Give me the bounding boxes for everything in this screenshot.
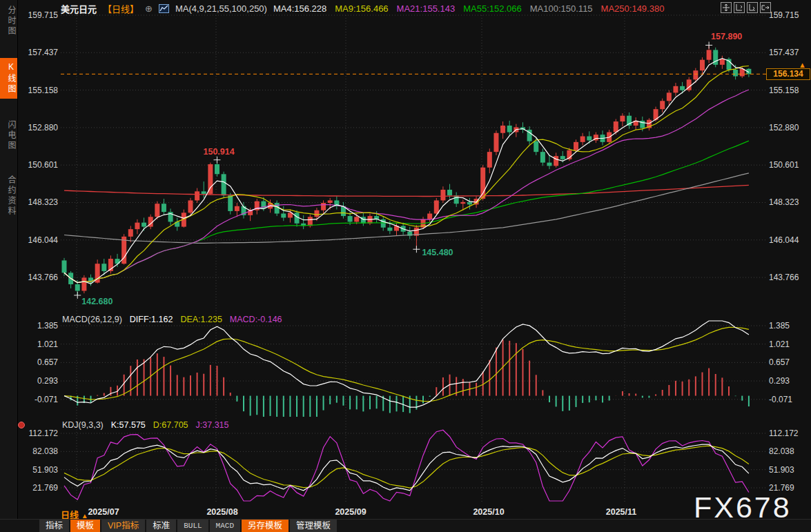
candle-body xyxy=(195,191,199,200)
candle-body xyxy=(281,214,286,218)
candle-body xyxy=(215,164,219,174)
sidebar-item-4[interactable]: 合约资料 xyxy=(0,171,17,221)
fit-horizontal-icon[interactable] xyxy=(747,2,758,13)
candle-body xyxy=(141,223,146,227)
price-axis-label-right: 157.437 xyxy=(769,48,799,57)
candle-body xyxy=(162,204,166,212)
tab-8[interactable]: 管理模板 xyxy=(290,520,337,532)
kdj-d-line xyxy=(64,446,749,488)
ma55-line xyxy=(64,141,749,283)
candle-body xyxy=(480,168,485,199)
trading-app-window: 159.715159.715157.437157.437155.158155.1… xyxy=(0,0,811,532)
ma-settings-label: MA(4,9,21,55,100,250) xyxy=(175,3,267,14)
candle-body xyxy=(295,213,300,223)
candle-body xyxy=(62,260,67,273)
price-axis-label-right: 150.601 xyxy=(769,160,799,170)
tab-3[interactable]: VIP指标 xyxy=(101,520,145,532)
tab-4[interactable]: 标准 xyxy=(146,520,176,532)
date-axis-label: 2025/10 xyxy=(473,507,504,517)
tab-6[interactable]: MACD xyxy=(210,520,240,532)
macd-axis-label-right: 1.385 xyxy=(769,321,790,331)
macd-value-label: DIFF:1.162 xyxy=(130,315,173,324)
period-tag-label: 【日线】 xyxy=(103,2,139,15)
candle-body xyxy=(308,217,313,226)
kdj-value-label: D:67.705 xyxy=(153,420,188,430)
tab-7[interactable]: 另存模板 xyxy=(242,520,289,532)
candle-body xyxy=(81,277,86,290)
macd-axis-label-right: 0.293 xyxy=(769,376,790,386)
candle-body xyxy=(587,137,592,141)
chart-header: 美元日元 【日线】 ⊕ MA(4,9,21,55,100,250) MA4:15… xyxy=(61,2,664,15)
ma-value-label: MA21:155.143 xyxy=(397,3,456,14)
kdj-axis-label-right: 51.903 xyxy=(769,465,794,475)
price-annotation: 142.680 xyxy=(81,297,113,306)
price-axis-label-left: 152.880 xyxy=(19,123,58,132)
candle-body xyxy=(693,70,698,79)
candle-body xyxy=(500,126,505,133)
price-axis-label-right: 146.044 xyxy=(769,235,799,245)
macd-axis-label-left: 1.385 xyxy=(19,321,58,331)
kdj-axis-label-left: 112.172 xyxy=(19,428,58,438)
fit-vertical-icon[interactable] xyxy=(734,2,745,13)
add-indicator-icon[interactable]: ⊕ xyxy=(145,3,153,14)
candle-body xyxy=(354,217,359,221)
candle-body xyxy=(700,60,705,70)
chart-style-icon[interactable] xyxy=(159,4,169,13)
sidebar-item-1[interactable]: 分时图 xyxy=(0,1,17,41)
ma-values: MA4:156.228MA9:156.466MA21:155.143MA55:1… xyxy=(273,3,664,14)
ma100-line xyxy=(64,173,749,244)
ma-value-label: MA55:152.066 xyxy=(463,3,522,14)
macd-axis-label-left: -0.071 xyxy=(19,395,58,404)
kdj-value-label: KDJ(9,3,3) xyxy=(62,420,104,430)
kdj-axis-label-right: 112.172 xyxy=(769,428,799,438)
candle-body xyxy=(740,69,745,77)
kdj-value-label: J:37.315 xyxy=(196,420,229,430)
sidebar-item-3[interactable]: 闪电图 xyxy=(0,116,17,155)
candle-body xyxy=(720,59,725,65)
tab-5[interactable]: BULL xyxy=(177,520,208,532)
popout-icon[interactable] xyxy=(760,2,771,13)
candle-body xyxy=(235,206,240,211)
price-axis-label-left: 143.766 xyxy=(19,273,58,282)
candle-body xyxy=(135,223,139,230)
candle-body xyxy=(554,156,558,166)
candle-body xyxy=(680,86,685,90)
kdj-axis-label-left: 21.769 xyxy=(19,483,58,493)
candle-body xyxy=(580,137,585,142)
candle-body xyxy=(222,174,226,195)
sidebar-item-2[interactable]: K线图 xyxy=(0,58,17,99)
candle-body xyxy=(427,214,432,219)
kdj-axis-label-left: 82.038 xyxy=(19,446,58,456)
pan-icon[interactable] xyxy=(721,2,732,13)
macd-value-label: DEA:1.235 xyxy=(180,315,222,324)
candle-body xyxy=(321,203,326,210)
chart-toolbar xyxy=(721,2,771,13)
candle-body xyxy=(707,50,712,59)
symbol-label: 美元日元 xyxy=(61,2,97,15)
kdj-value-label: K:57.575 xyxy=(111,420,146,430)
indicator-dot-icon[interactable] xyxy=(18,422,25,428)
price-axis-label-left: 148.323 xyxy=(19,197,58,207)
candle-body xyxy=(454,195,459,204)
price-axis-label-right: 143.766 xyxy=(769,273,799,282)
price-axis-label-left: 146.044 xyxy=(19,235,58,245)
candle-body xyxy=(208,164,213,194)
tab-2[interactable]: 模板 xyxy=(70,520,100,532)
price-axis-label-left: 150.601 xyxy=(19,160,58,170)
price-axis-label-left: 159.715 xyxy=(19,10,58,20)
tab-1[interactable]: 指标 xyxy=(39,520,69,532)
candle-body xyxy=(202,191,206,194)
candle-body xyxy=(75,284,80,291)
macd-header: MACD(26,12,9)DIFF:1.162DEA:1.235MACD:-0.… xyxy=(62,315,282,324)
candle-body xyxy=(540,152,545,162)
candle-body xyxy=(673,86,678,93)
price-marker-arrow-icon: ▲ xyxy=(799,61,806,69)
last-price-badge: 156.134 xyxy=(766,68,810,80)
candle-body xyxy=(460,202,465,204)
price-annotation: 157.890 xyxy=(711,32,742,41)
candle-body xyxy=(348,216,353,221)
price-axis-label-right: 159.715 xyxy=(769,10,799,20)
price-annotation: 150.914 xyxy=(203,147,234,157)
candle-body xyxy=(667,92,672,101)
price-annotation: 145.480 xyxy=(422,248,453,257)
